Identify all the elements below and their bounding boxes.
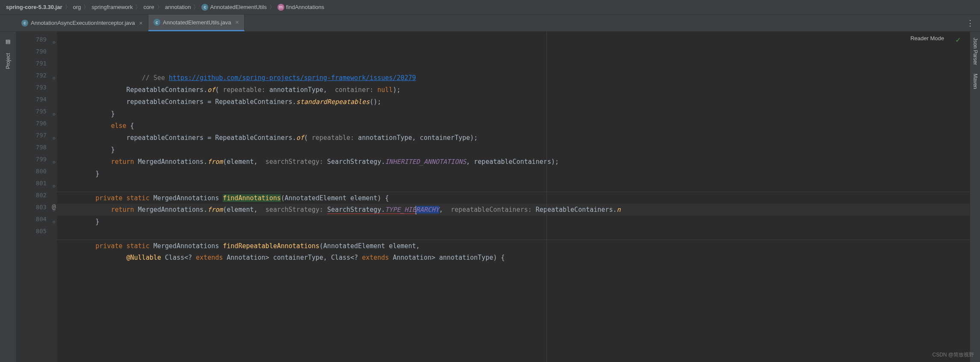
code-line[interactable]: @Nullable Class<? extends Annotation> co… [57,252,970,264]
gutter[interactable]: 789⊖790791792⊖793794795⊖796797⊖798799⊖80… [16,32,57,362]
line-number[interactable]: 801⊖ [16,177,57,189]
line-number[interactable]: 791 [16,57,57,69]
project-tool-button[interactable]: Project [5,51,11,71]
code-token: from [207,206,223,214]
line-number[interactable]: 803⊖@ [16,201,57,213]
fold-icon[interactable]: ⊖ [50,216,55,221]
fold-icon[interactable]: ⊖ [50,156,55,161]
line-number[interactable]: 793 [16,81,57,93]
tool-window-left: ▤ Project [0,32,16,362]
code-line[interactable] [57,228,970,240]
code-line[interactable]: } [57,108,970,120]
inspection-check-icon[interactable]: ✓ [956,35,960,44]
code-token: return [111,158,134,166]
chevron-right-icon: 〉 [64,3,71,11]
more-icon[interactable]: ⋮ [960,18,980,27]
line-number[interactable]: 798 [16,141,57,153]
code-line[interactable]: } [57,144,970,156]
tab-label: AnnotationAsyncExecutionInterceptor.java [31,20,135,26]
code-token: searchStrategy: [266,158,323,166]
tool-window-right: Json ParserMaven [970,32,980,362]
code-token: repeatableContainers = RepeatableContain… [127,98,296,106]
code-token: @Nullable [127,254,161,261]
code-token: from [207,158,223,166]
chevron-right-icon: 〉 [192,3,200,11]
code-line[interactable]: private static MergedAnnotations findRep… [57,240,970,252]
code-line[interactable]: repeatableContainers = RepeatableContain… [57,132,970,144]
breadcrumb-label: org [73,4,81,10]
code-token: Annotation> containerType, Class<? [223,254,362,261]
code-line[interactable]: private static MergedAnnotations findAnn… [57,192,970,204]
code-line[interactable] [57,180,970,192]
code-token: of [296,134,304,142]
code-token: (element, [223,206,265,214]
watermark: CSDN @简放视野 [932,351,974,359]
code-token: repeatableContainers: [451,206,532,214]
tool-button[interactable]: Maven [972,74,978,89]
breadcrumb-segment[interactable]: springframework [90,4,134,10]
line-number[interactable]: 792⊖ [16,69,57,81]
code-line[interactable]: // See https://github.com/spring-project… [57,72,970,84]
breadcrumb-label: AnnotatedElementUtils [210,4,266,10]
breadcrumb-label: spring-core-5.3.30.jar [6,4,62,10]
fold-icon[interactable]: ⊖ [50,72,55,77]
tool-button[interactable]: Json Parser [972,38,978,65]
line-number[interactable]: 796 [16,117,57,129]
code-line[interactable]: return MergedAnnotations.from(element, s… [57,156,970,168]
code-token: searchStrategy: [266,206,323,214]
breadcrumb-segment[interactable]: core [142,4,156,10]
code-token: private static [95,194,149,202]
line-number[interactable]: 795⊖ [16,105,57,117]
folder-icon[interactable]: ▤ [3,36,13,46]
code-token: MergedAnnotations. [134,158,208,166]
editor-tab[interactable]: cAnnotatedElementUtils.java× [148,15,245,31]
code-token: ( [304,134,312,142]
breadcrumb-segment[interactable]: mfindAnnotations [276,4,326,11]
reader-mode-button[interactable]: Reader Mode [910,35,944,42]
code-line[interactable]: } [57,216,970,228]
line-number[interactable]: 800 [16,165,57,177]
code-editor[interactable]: 789⊖790791792⊖793794795⊖796797⊖798799⊖80… [16,32,970,362]
close-icon[interactable]: × [235,19,239,26]
fold-icon[interactable]: ⊖ [50,132,55,137]
code-token [374,86,378,94]
code-line[interactable]: else { [57,120,970,132]
code-token: extends [196,254,223,261]
editor-tab[interactable]: cAnnotationAsyncExecutionInterceptor.jav… [16,15,148,31]
line-number[interactable]: 799⊖ [16,153,57,165]
code-token: repeatableContainers = RepeatableContain… [127,134,296,142]
close-icon[interactable]: × [139,20,143,27]
code-line[interactable]: } [57,168,970,180]
breadcrumb-segment[interactable]: org [71,4,83,10]
code-line[interactable] [57,264,970,276]
code-token: private static [95,242,149,250]
breadcrumb-segment[interactable]: annotation [163,4,193,10]
code-line[interactable]: repeatableContainers = RepeatableContain… [57,96,970,108]
code-area[interactable]: Reader Mode ✓ // See https://github.com/… [57,32,970,362]
breadcrumb-segment[interactable]: spring-core-5.3.30.jar [4,4,64,10]
line-number[interactable]: 804⊖ [16,213,57,225]
annotation-icon[interactable]: @ [52,201,56,213]
code-token: annotationType, containerType); [354,134,478,142]
tab-label: AnnotatedElementUtils.java [163,19,231,26]
code-token: MergedAnnotations. [134,206,208,214]
code-line[interactable]: RepeatableContainers.of( repeatable: ann… [57,84,970,96]
class-icon: c [201,4,208,11]
fold-icon[interactable]: ⊖ [50,180,55,185]
code-token: RepeatableContainers. [532,206,617,214]
line-number[interactable]: 797⊖ [16,129,57,141]
fold-icon[interactable]: ⊖ [50,108,55,113]
breadcrumb-segment[interactable]: cAnnotatedElementUtils [200,4,268,11]
code-token: (element, [223,158,265,166]
code-token [323,206,327,214]
code-token: RepeatableContainers. [127,86,208,94]
code-token: INHERITED_ANNOTATIONS [385,158,466,166]
line-number[interactable]: 790 [16,45,57,57]
breadcrumb-label: core [143,4,154,10]
line-number[interactable]: 789⊖ [16,33,57,45]
line-number[interactable]: 805 [16,225,57,237]
line-number[interactable]: 802 [16,189,57,201]
code-line[interactable]: return MergedAnnotations.from(element, s… [57,204,970,216]
fold-icon[interactable]: ⊖ [50,36,55,42]
line-number[interactable]: 794 [16,93,57,105]
